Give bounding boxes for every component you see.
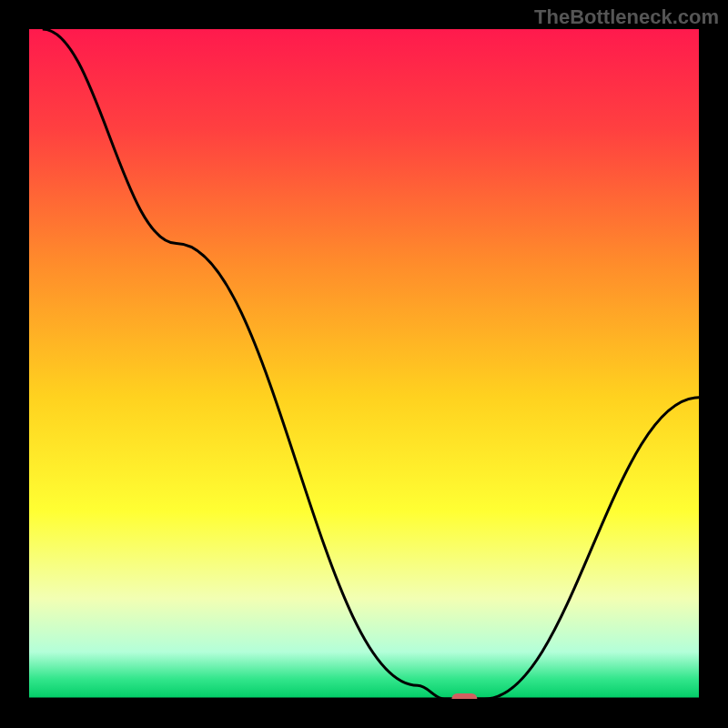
chart-container: TheBottleneck.com — [0, 0, 728, 728]
sweet-spot-marker — [451, 693, 477, 699]
watermark-text: TheBottleneck.com — [534, 5, 719, 29]
chart-svg — [29, 29, 699, 699]
plot-area — [29, 29, 699, 699]
gradient-background — [29, 29, 699, 699]
